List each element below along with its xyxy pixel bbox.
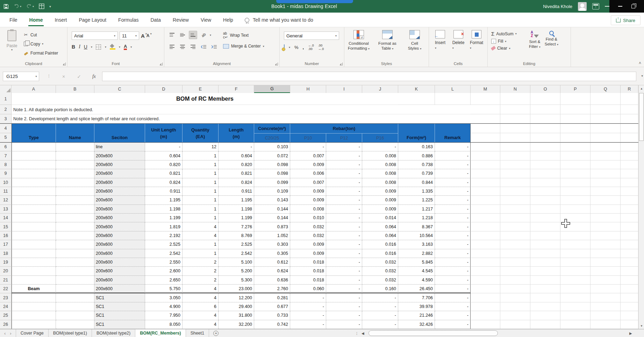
copy-caret[interactable]: ▾ [42, 42, 43, 45]
value-cell[interactable]: 1 [183, 187, 219, 196]
grid-cell[interactable] [500, 267, 530, 275]
column-header-M[interactable]: M [471, 85, 500, 93]
row-header-24[interactable]: 24 [0, 302, 12, 311]
grid-cell[interactable] [621, 187, 638, 196]
section-cell[interactable]: 200x600 [94, 214, 145, 222]
value-cell[interactable]: 21.246 [398, 311, 435, 320]
grid-cell[interactable] [621, 258, 638, 267]
font-dialog-launcher[interactable] [160, 63, 163, 65]
section-cell[interactable]: 200x600 [94, 240, 145, 249]
value-cell[interactable]: 26.450 [398, 285, 435, 293]
type-cell[interactable] [12, 320, 56, 329]
grid-cell[interactable] [530, 151, 560, 160]
name-cell[interactable] [56, 143, 94, 151]
name-cell[interactable] [56, 320, 94, 329]
tab-scrollbar-splitter[interactable]: ⁞ [356, 329, 358, 337]
type-cell[interactable] [12, 178, 56, 187]
grid-cell[interactable] [530, 293, 560, 302]
value-cell[interactable]: 0.032 [290, 222, 326, 231]
value-cell[interactable]: 2 [183, 276, 219, 285]
value-cell[interactable]: 1.217 [398, 205, 435, 214]
align-bottom-button[interactable] [189, 31, 197, 39]
value-cell[interactable]: 0.009 [362, 196, 398, 205]
grid-cell[interactable] [560, 214, 591, 222]
column-header-J[interactable]: J [362, 85, 398, 93]
value-cell[interactable]: 0.143 [254, 196, 290, 205]
grid-cell[interactable] [621, 196, 638, 205]
value-cell[interactable]: 0.738 [398, 160, 435, 169]
grid-cell[interactable] [591, 178, 621, 187]
value-cell[interactable]: - [435, 214, 471, 222]
value-cell[interactable]: 0.018 [290, 267, 326, 275]
grid-cell[interactable] [530, 267, 560, 275]
row-header-26[interactable]: 26 [0, 320, 12, 329]
collapse-ribbon-button[interactable]: ˄ [639, 61, 641, 66]
grid-cell[interactable] [471, 320, 500, 329]
value-cell[interactable]: - [326, 178, 362, 187]
value-cell[interactable]: 1.195 [145, 196, 183, 205]
align-middle-button[interactable] [178, 31, 187, 39]
merge-center-caret[interactable]: ▾ [263, 45, 264, 48]
grid-cell[interactable] [530, 249, 560, 258]
grid-cell[interactable] [471, 240, 500, 249]
row-header-14[interactable]: 14 [0, 214, 12, 222]
clear-caret[interactable]: ▾ [509, 47, 510, 50]
sheet-tab-bom-steel-type2-[interactable]: BOM(steel type2) [92, 329, 135, 337]
value-cell[interactable]: 4 [183, 285, 219, 293]
grid-cell[interactable] [500, 311, 530, 320]
grid-cells-r[interactable] [621, 124, 638, 142]
grid-cell[interactable] [471, 160, 500, 169]
percent-button[interactable]: % [294, 45, 299, 50]
name-cell[interactable] [56, 187, 94, 196]
grid-cell[interactable] [530, 114, 560, 123]
autosum-button[interactable]: ΣAutoSum▾ [491, 31, 517, 37]
value-cell[interactable]: 2.550 [145, 258, 183, 267]
header-rebar-p16[interactable]: P16 [362, 134, 398, 142]
value-cell[interactable]: 0.109 [254, 187, 290, 196]
grid-cell[interactable] [591, 114, 621, 123]
row-header-12[interactable]: 12 [0, 196, 12, 205]
section-cell[interactable]: SC1 [94, 311, 145, 320]
row-header-6[interactable]: 6 [0, 143, 12, 151]
row-header-10[interactable]: 10 [0, 178, 12, 187]
type-cell[interactable] [12, 231, 56, 240]
paste-caret[interactable]: ▾ [11, 48, 13, 51]
value-cell[interactable]: 0.032 [362, 258, 398, 267]
value-cell[interactable]: 0.099 [254, 178, 290, 187]
value-cell[interactable]: - [326, 151, 362, 160]
grid-cell[interactable] [621, 249, 638, 258]
header-rebar-p12[interactable]: P12 [326, 134, 362, 142]
column-header-B[interactable]: B [56, 85, 94, 93]
grid-cell[interactable] [621, 222, 638, 231]
value-cell[interactable]: 32.200 [219, 320, 254, 329]
value-cell[interactable]: 0.844 [398, 178, 435, 187]
row-header-13[interactable]: 13 [0, 205, 12, 214]
grid-cell[interactable] [591, 249, 621, 258]
row-header-11[interactable]: 11 [0, 187, 12, 196]
value-cell[interactable]: 0.008 [362, 151, 398, 160]
grid-cell[interactable] [471, 143, 500, 151]
value-cell[interactable]: 4 [183, 293, 219, 302]
value-cell[interactable]: 0.064 [362, 231, 398, 240]
header-rebar[interactable]: Rebar(ton) P10 P12 P16 [290, 124, 398, 142]
grid-cell[interactable] [591, 187, 621, 196]
value-cell[interactable]: 0.911 [219, 187, 254, 196]
value-cell[interactable]: 0.018 [290, 276, 326, 285]
value-cell[interactable]: - [435, 276, 471, 285]
value-cell[interactable]: - [435, 187, 471, 196]
value-cell[interactable]: 1.225 [398, 196, 435, 205]
value-cell[interactable]: 31.800 [219, 311, 254, 320]
decrease-decimal-button[interactable]: .00→.0 [318, 44, 324, 51]
grid-cell[interactable] [500, 169, 530, 178]
column-header-K[interactable]: K [398, 85, 435, 93]
font-size-select[interactable]: 11▾ [120, 31, 139, 40]
grid-cell[interactable] [530, 302, 560, 311]
value-cell[interactable]: - [435, 293, 471, 302]
grid-cell[interactable] [471, 178, 500, 187]
new-sheet-button[interactable]: + [209, 329, 223, 337]
scroll-up-arrow[interactable]: ▲ [639, 85, 644, 92]
value-cell[interactable]: - [326, 187, 362, 196]
value-cell[interactable]: - [435, 151, 471, 160]
grid-cell[interactable] [621, 276, 638, 285]
type-cell[interactable] [12, 240, 56, 249]
